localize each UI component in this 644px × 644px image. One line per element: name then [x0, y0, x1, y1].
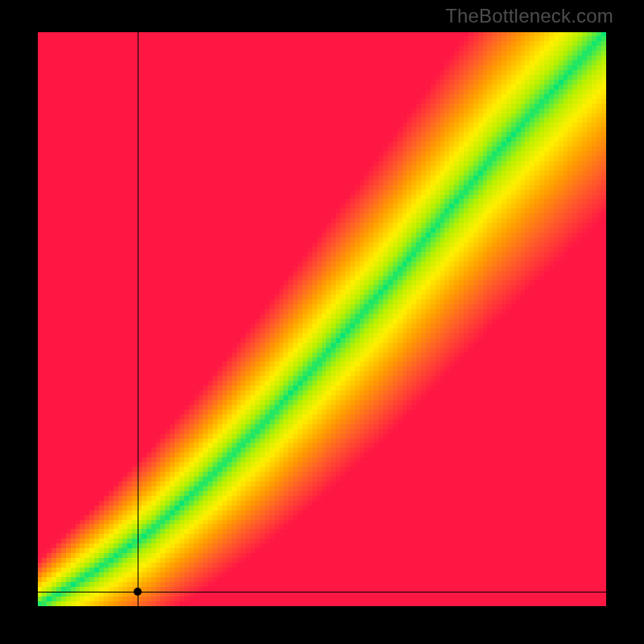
chart-frame: TheBottleneck.com [0, 0, 644, 644]
crosshair-dot [134, 588, 142, 596]
crosshair-horizontal [38, 592, 606, 592]
heatmap-canvas [38, 32, 606, 606]
plot-area [38, 32, 606, 606]
crosshair-vertical [138, 32, 138, 606]
watermark-text: TheBottleneck.com [445, 5, 613, 27]
